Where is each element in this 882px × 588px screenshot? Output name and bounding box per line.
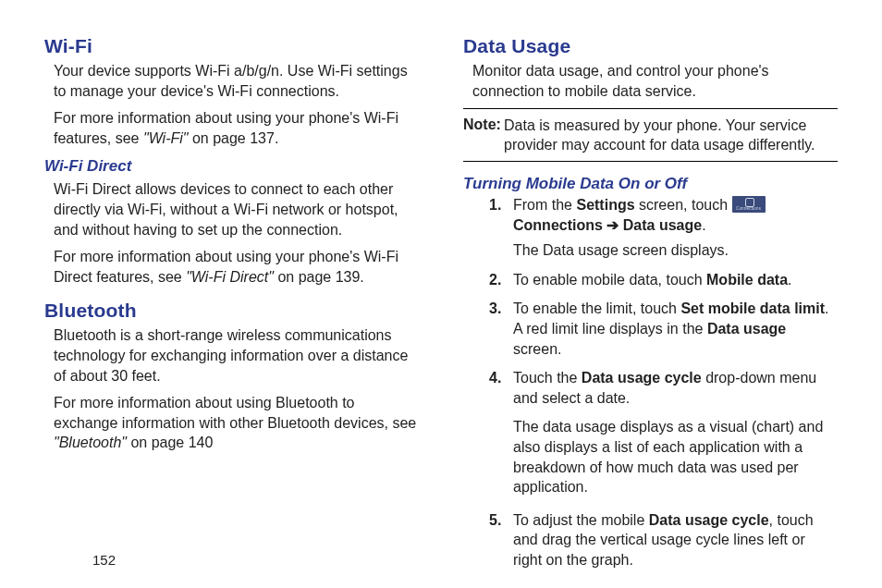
data-usage-cycle-label-2: Data usage cycle [649, 512, 769, 528]
text: Touch the [513, 370, 582, 386]
steps-list: From the Settings screen, touch Connecti… [489, 195, 838, 570]
bluetooth-crossref: "Bluetooth" [54, 435, 127, 450]
heading-wifi: Wi-Fi [44, 35, 419, 57]
settings-label: Settings [576, 197, 634, 213]
arrow-icon: ➔ [606, 217, 619, 233]
page-number: 152 [92, 552, 116, 568]
left-column: Wi-Fi Your device supports Wi-Fi a/b/g/n… [44, 35, 419, 579]
step-1: From the Settings screen, touch Connecti… [489, 195, 838, 261]
wifi-direct-para-1: Wi-Fi Direct allows devices to connect t… [54, 179, 419, 239]
data-usage-cycle-label: Data usage cycle [582, 370, 702, 386]
text: To enable mobile data, touch [513, 272, 706, 288]
bluetooth-para-1: Bluetooth is a short-range wireless comm… [54, 325, 419, 386]
text: screen, touch [635, 197, 732, 213]
text: To adjust the mobile [513, 512, 649, 528]
step-3: To enable the limit, touch Set mobile da… [489, 299, 838, 359]
connections-icon [732, 196, 766, 213]
wifi-direct-para-2: For more information about using your ph… [54, 247, 419, 287]
note-label: Note: [463, 116, 501, 132]
step-2: To enable mobile data, touch Mobile data… [489, 270, 838, 290]
wifi-para-2: For more information about using your ph… [54, 108, 419, 148]
text: on page 140 [127, 435, 213, 450]
note-block: Note: Data is measured by your phone. Yo… [463, 108, 838, 162]
heading-data-usage: Data Usage [463, 35, 838, 57]
set-mobile-data-limit-label: Set mobile data limit [680, 300, 825, 316]
wifi-crossref: "Wi-Fi" [143, 130, 189, 146]
wifi-para-1: Your device supports Wi-Fi a/b/g/n. Use … [54, 61, 419, 101]
bluetooth-para-2: For more information about using Bluetoo… [54, 393, 419, 453]
heading-wifi-direct: Wi-Fi Direct [44, 157, 419, 176]
data-usage-label: Data usage [619, 217, 702, 233]
mobile-data-label: Mobile data [706, 272, 788, 288]
connections-label: Connections [513, 217, 606, 233]
text: on page 137. [188, 130, 278, 146]
text: . [788, 272, 791, 288]
step-5: To adjust the mobile Data usage cycle, t… [489, 510, 838, 570]
data-usage-para-1: Monitor data usage, and control your pho… [472, 61, 838, 101]
text: To enable the limit, touch [513, 300, 680, 316]
right-column: Data Usage Monitor data usage, and contr… [463, 35, 838, 579]
heading-turning-mobile-data: Turning Mobile Data On or Off [463, 175, 838, 193]
data-usage-label-2: Data usage [707, 321, 786, 337]
heading-bluetooth: Bluetooth [44, 300, 419, 322]
note-body: Data is measured by your phone. Your ser… [463, 116, 838, 155]
text: screen. [513, 341, 561, 357]
text: For more information about using Bluetoo… [54, 395, 416, 431]
step-4: Touch the Data usage cycle drop-down men… [489, 368, 838, 497]
text: on page 139. [274, 269, 364, 285]
step-4-sub: The data usage displays as a visual (cha… [513, 417, 838, 496]
step-1-sub: The Data usage screen displays. [513, 240, 838, 261]
text: . [702, 217, 705, 233]
wifi-direct-crossref: "Wi-Fi Direct" [186, 269, 274, 285]
page-columns: Wi-Fi Your device supports Wi-Fi a/b/g/n… [44, 35, 838, 579]
text: From the [513, 197, 576, 213]
